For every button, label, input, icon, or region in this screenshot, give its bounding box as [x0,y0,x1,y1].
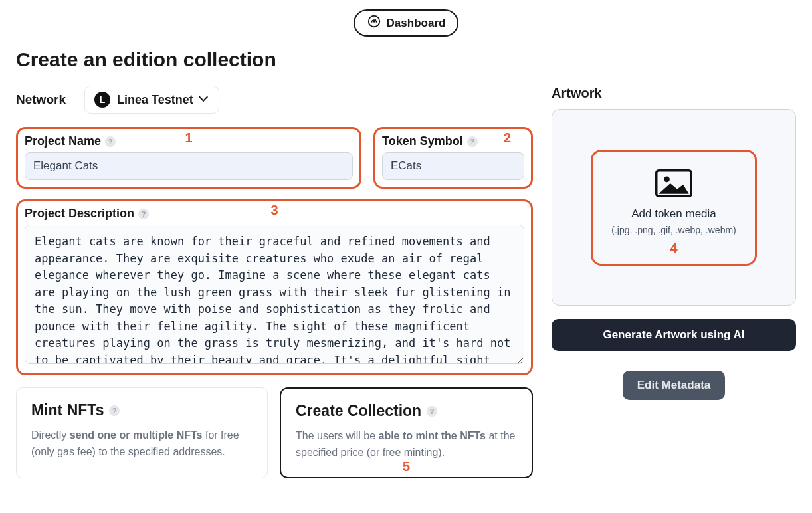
help-icon[interactable]: ? [105,136,116,147]
annotation-1: 1 Project Name ? [16,127,361,189]
annotation-number-4: 4 [670,241,677,256]
annotation-number-1: 1 [185,130,192,146]
network-badge-icon: L [94,92,110,108]
project-name-label: Project Name [25,134,101,148]
page-title: Create an edition collection [16,49,796,71]
create-card-body: The users will be able to mint the NFTs … [296,428,517,461]
annotation-4[interactable]: Add token media (.jpg, .png, .gif, .webp… [591,150,757,266]
image-icon [655,169,692,201]
help-icon[interactable]: ? [138,209,149,219]
token-symbol-input[interactable] [382,152,524,180]
network-selected-label: Linea Testnet [117,93,193,107]
gauge-icon [367,14,381,32]
annotation-number-5: 5 [403,459,410,474]
help-icon[interactable]: ? [109,405,120,416]
project-description-textarea[interactable] [25,225,524,364]
artwork-dropzone[interactable]: Add token media (.jpg, .png, .gif, .webp… [552,109,796,306]
mint-card-title: Mint NFTs [31,401,104,419]
create-collection-card[interactable]: 5 Create Collection ? The users will be … [280,387,533,478]
project-description-label: Project Description [25,207,134,221]
help-icon[interactable]: ? [467,136,478,147]
project-name-input[interactable] [25,152,353,180]
svg-point-4 [664,176,670,182]
dashboard-pill[interactable]: Dashboard [354,9,459,37]
annotation-2: 2 Token Symbol ? [373,127,533,189]
help-icon[interactable]: ? [427,406,437,417]
network-field-label: Network [16,92,66,107]
annotation-number-3: 3 [270,203,278,218]
annotation-number-2: 2 [504,130,511,146]
add-media-title: Add token media [631,207,716,221]
artwork-section-title: Artwork [552,86,796,101]
annotation-3: 3 Project Description ? [16,199,533,375]
svg-point-2 [373,21,375,22]
create-card-title: Create Collection [296,402,421,420]
dashboard-label: Dashboard [387,17,446,30]
chevron-down-icon [200,95,209,104]
mint-card-body: Directly send one or multiple NFTs for f… [31,427,253,461]
mint-nfts-card[interactable]: Mint NFTs ? Directly send one or multipl… [16,387,268,478]
generate-artwork-button[interactable]: Generate Artwork using AI [552,319,796,351]
token-symbol-label: Token Symbol [382,134,463,148]
network-select[interactable]: L Linea Testnet [84,86,219,114]
add-media-subtitle: (.jpg, .png, .gif, .webp, .webm) [611,225,736,235]
edit-metadata-button[interactable]: Edit Metadata [623,371,726,400]
